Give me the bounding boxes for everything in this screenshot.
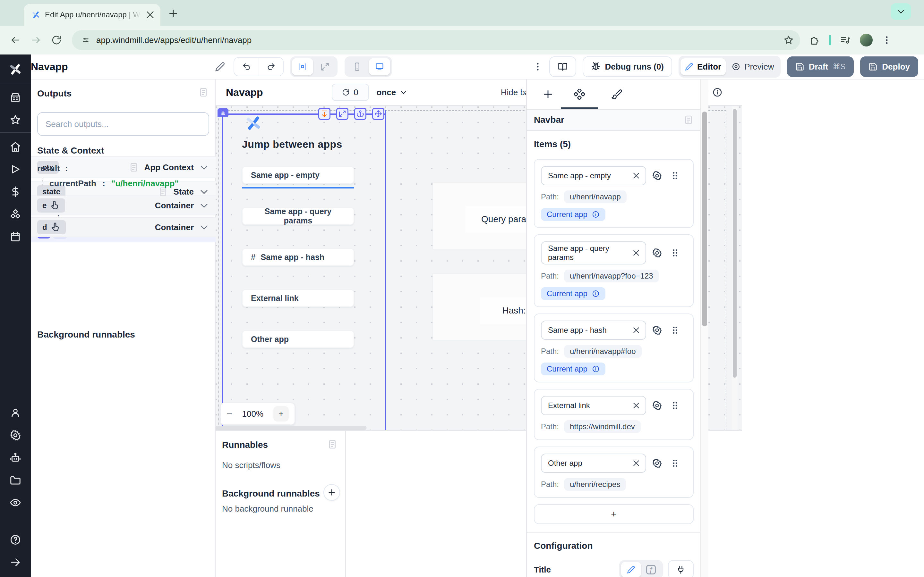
users-icon[interactable] xyxy=(10,407,21,419)
address-bar[interactable]: app.windmill.dev/apps/edit/u/henri/navap… xyxy=(72,30,800,50)
info-icon[interactable] xyxy=(592,211,599,218)
new-tab-icon[interactable] xyxy=(168,8,178,19)
search-outputs-input[interactable] xyxy=(37,112,209,136)
bookmark-star-icon[interactable] xyxy=(783,35,794,45)
item-settings-gear-icon[interactable] xyxy=(652,325,662,335)
browser-tab[interactable]: Edit App u/henri/navapp | Win xyxy=(24,4,160,26)
zoom-out-button[interactable]: − xyxy=(226,408,232,419)
expand-down-handle[interactable] xyxy=(318,108,330,120)
item-label-select[interactable]: Other app xyxy=(541,454,646,473)
canvas-horizontal-scrollbar[interactable] xyxy=(216,426,367,430)
close-tab-icon[interactable] xyxy=(145,10,155,20)
back-icon[interactable] xyxy=(10,35,21,45)
item-settings-gear-icon[interactable] xyxy=(652,400,662,411)
media-controls-icon[interactable] xyxy=(840,35,851,45)
zoom-in-button[interactable]: + xyxy=(273,406,289,422)
preview-windmill-logo xyxy=(244,114,262,132)
item-settings-gear-icon[interactable] xyxy=(652,248,662,258)
favorites-star-icon[interactable] xyxy=(10,114,21,126)
item-settings-gear-icon[interactable] xyxy=(652,458,662,468)
runnables-title: Runnables xyxy=(222,440,268,450)
expand-sidebar-icon[interactable] xyxy=(10,556,21,568)
chevron-down-icon[interactable] xyxy=(199,200,209,211)
move-handle[interactable] xyxy=(372,108,384,120)
folders-icon[interactable] xyxy=(10,474,21,486)
connect-input-button[interactable] xyxy=(668,560,694,577)
anchor-handle[interactable] xyxy=(354,108,367,120)
add-background-runnable-button[interactable] xyxy=(323,484,340,501)
component-settings-tab[interactable] xyxy=(561,79,598,109)
audit-logs-icon[interactable] xyxy=(10,497,21,508)
drag-handle-icon[interactable] xyxy=(670,325,680,335)
tab-search-button[interactable] xyxy=(891,3,911,20)
path-label: Path: xyxy=(541,192,559,201)
background-runnables-title: Background runnables xyxy=(37,330,135,340)
windmill-app-editor: Edit App u/henri/navapp | Win app.windmi… xyxy=(0,0,924,577)
static-value-mode-button[interactable] xyxy=(621,562,641,577)
chevron-down-icon[interactable] xyxy=(199,162,209,172)
settings-gear-icon[interactable] xyxy=(10,430,21,441)
forward-icon[interactable] xyxy=(31,35,41,45)
site-info-icon[interactable] xyxy=(81,35,90,45)
panel-doc-icon[interactable] xyxy=(327,439,338,450)
variables-icon[interactable] xyxy=(10,186,21,197)
item-label-select[interactable]: External link xyxy=(541,396,646,415)
clear-icon[interactable] xyxy=(632,459,640,467)
insert-component-tab[interactable] xyxy=(535,79,561,109)
url-text[interactable]: app.windmill.dev/apps/edit/u/henri/navap… xyxy=(96,35,778,45)
windmill-favicon xyxy=(31,10,40,19)
extensions-icon[interactable] xyxy=(809,35,820,45)
styling-tab[interactable] xyxy=(598,79,635,109)
item-path-value: u/henri/navapp?foo=123 xyxy=(564,269,659,282)
preview-nav-button[interactable]: Same app - empty xyxy=(242,166,354,184)
clear-icon[interactable] xyxy=(632,401,640,410)
expression-mode-button[interactable]: ƒ xyxy=(641,562,661,577)
hash-icon: # xyxy=(251,252,255,262)
drag-handle-icon[interactable] xyxy=(670,248,680,258)
info-icon[interactable] xyxy=(712,87,722,97)
clear-icon[interactable] xyxy=(632,171,640,180)
run-mode-dropdown[interactable]: once xyxy=(376,87,408,97)
clear-icon[interactable] xyxy=(632,249,640,257)
resources-icon[interactable] xyxy=(10,208,21,220)
preview-nav-button[interactable]: Same app - query params xyxy=(242,207,354,225)
current-path-key: currentPath xyxy=(49,179,96,188)
panel-doc-icon[interactable] xyxy=(683,115,694,125)
schedules-icon[interactable] xyxy=(10,231,21,242)
home-icon[interactable] xyxy=(10,141,21,153)
preview-nav-button[interactable]: # Same app - hash xyxy=(242,248,354,266)
preview-nav-button[interactable]: Other app xyxy=(242,330,354,348)
profile-avatar[interactable] xyxy=(860,34,873,47)
path-label: Path: xyxy=(541,347,559,356)
workers-icon[interactable] xyxy=(10,452,21,464)
help-icon[interactable] xyxy=(10,534,21,546)
browser-menu-icon[interactable] xyxy=(882,35,892,45)
component-type-label: Container xyxy=(155,222,194,232)
info-icon[interactable] xyxy=(592,290,599,298)
canvas-vertical-scrollbar[interactable] xyxy=(732,106,737,430)
item-label-select[interactable]: Same app - empty xyxy=(541,166,646,185)
preview-nav-button[interactable]: External link xyxy=(242,289,354,307)
workspace-icon[interactable] xyxy=(10,92,21,103)
item-label-select[interactable]: Same app - hash xyxy=(541,321,646,340)
panel-doc-icon[interactable] xyxy=(198,87,208,97)
item-label-select[interactable]: Same app - query params xyxy=(541,242,646,264)
current-path-row[interactable]: currentPath : "u/henri/navapp" xyxy=(42,179,179,189)
drag-handle-icon[interactable] xyxy=(670,458,680,468)
container-component-row[interactable]: e Container xyxy=(31,195,216,215)
add-item-button[interactable]: + xyxy=(534,504,694,524)
title-input-mode-toggle: ƒ xyxy=(619,560,663,577)
info-icon[interactable] xyxy=(592,365,599,373)
container-component-row[interactable]: d Container xyxy=(31,218,216,237)
clear-icon[interactable] xyxy=(632,326,640,334)
reload-icon[interactable] xyxy=(51,35,61,45)
drag-handle-icon[interactable] xyxy=(670,400,680,411)
page-scrollbar[interactable] xyxy=(700,79,708,577)
drag-handle-icon[interactable] xyxy=(670,171,680,181)
runs-icon[interactable] xyxy=(10,163,21,175)
refresh-count-button[interactable]: 0 xyxy=(332,84,369,101)
chevron-down-icon[interactable] xyxy=(199,222,209,232)
item-settings-gear-icon[interactable] xyxy=(652,171,662,181)
fullscreen-handle[interactable] xyxy=(336,108,349,120)
component-id-badge: e xyxy=(37,198,65,213)
